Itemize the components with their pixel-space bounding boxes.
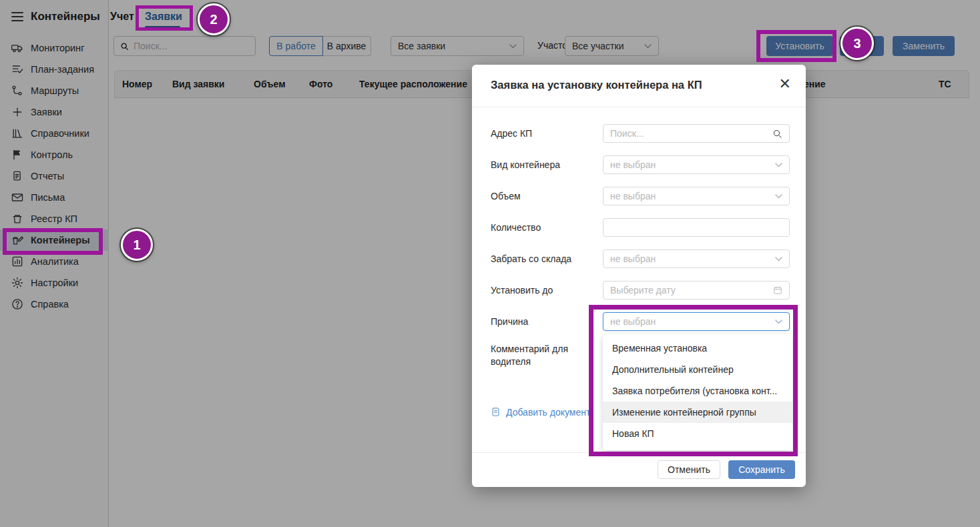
field-label-from-warehouse: Забрать со склада (491, 253, 571, 264)
annotation-step-1: 1 (121, 229, 153, 261)
calendar-icon (773, 286, 782, 295)
chevron-down-icon (775, 163, 782, 167)
field-label-quantity: Количество (491, 222, 541, 233)
dropdown-option[interactable]: Новая КП (603, 423, 792, 444)
field-label-address: Адрес КП (491, 128, 532, 139)
reason-dropdown-list: Временная установка Дополнительный конте… (603, 334, 792, 450)
close-icon[interactable]: ✕ (779, 77, 791, 91)
volume-select[interactable]: не выбран (603, 187, 790, 205)
container-type-select[interactable]: не выбран (603, 155, 790, 174)
modal-title: Заявка на установку контейнера на КП (491, 79, 702, 91)
install-until-date-field[interactable]: Выберите дату (603, 281, 790, 300)
app-root: Контейнеры Мониторинг План-задания Маршр… (0, 0, 980, 527)
field-label-install-until: Установить до (491, 285, 553, 296)
field-label-driver-comment: Комментарий для водителя (491, 344, 568, 369)
field-label-reason: Причина (491, 316, 528, 327)
add-document-link[interactable]: Добавить документ (491, 406, 590, 418)
address-search-field[interactable]: Поиск... (603, 124, 790, 143)
divider (472, 452, 806, 453)
annotation-step-2: 2 (198, 3, 230, 35)
chevron-down-icon (775, 194, 782, 199)
dropdown-option[interactable]: Дополнительный контейнер (603, 359, 792, 380)
cancel-button[interactable]: Отменить (658, 460, 720, 479)
save-button[interactable]: Сохранить (728, 460, 795, 479)
field-label-container-type: Вид контейнера (491, 159, 560, 170)
dropdown-option[interactable]: Заявка потребителя (установка конт... (603, 380, 792, 402)
quantity-field[interactable] (603, 218, 790, 237)
document-icon (491, 406, 501, 418)
field-label-volume: Объем (491, 191, 521, 201)
dropdown-option-highlighted[interactable]: Изменение контейнерной группы (603, 402, 792, 423)
from-warehouse-select[interactable]: не выбран (603, 249, 790, 268)
search-icon (772, 129, 782, 139)
annotation-step-3: 3 (840, 27, 874, 60)
reason-select[interactable]: не выбран (603, 312, 790, 331)
dropdown-option[interactable]: Временная установка (603, 338, 792, 359)
chevron-down-icon (775, 320, 782, 324)
install-container-modal: Заявка на установку контейнера на КП ✕ А… (472, 65, 806, 487)
divider (472, 107, 806, 107)
chevron-down-icon (775, 257, 782, 261)
